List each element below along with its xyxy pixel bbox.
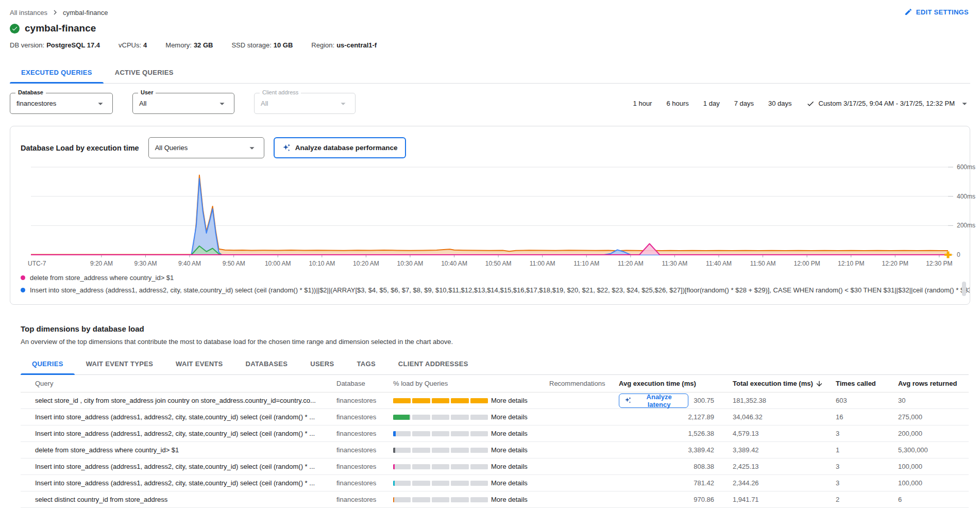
more-details-link[interactable]: More details [491,397,549,404]
svg-text:400ms: 400ms [957,193,975,200]
tab-executed-queries[interactable]: EXECUTED QUERIES [10,61,104,83]
legend-label: Insert into store_address (address1, add… [30,286,970,294]
database-cell: financestores [336,446,393,454]
breadcrumb-all-instances[interactable]: All instances [10,9,47,17]
filter-user[interactable]: User All [132,93,234,114]
query-cell[interactable]: Insert into store_address (address1, add… [21,430,336,437]
meta-label: DB version: [10,41,44,49]
legend-item: Insert into store_address (address1, add… [21,284,970,296]
dimension-tab-wait-event-types[interactable]: WAIT EVENT TYPES [75,353,164,374]
dimension-tab-client-addresses[interactable]: CLIENT ADDRESSES [387,353,480,374]
query-cell[interactable]: Insert into store_address (address1, add… [21,479,336,487]
analyze-database-performance-button[interactable]: Analyze database performance [274,137,406,158]
times-called-cell: 3 [836,463,898,470]
avg-execution-cell: 2,127.89 [619,413,714,421]
col-query: Query [21,380,336,387]
time-range-1-day[interactable]: 1 day [703,100,720,107]
dimension-tab-databases[interactable]: DATABASES [234,353,299,374]
dimension-tab-tags[interactable]: TAGS [346,353,387,374]
col-total-execution[interactable]: Total execution time (ms) [714,380,836,388]
time-range-7-days[interactable]: 7 days [734,100,754,107]
svg-text:12:30 PM: 12:30 PM [926,260,952,267]
filter-database[interactable]: Database financestores [10,93,113,114]
dimension-tab-users[interactable]: USERS [299,353,345,374]
meta-value: 32 GB [194,41,213,49]
more-details-link[interactable]: More details [491,446,549,454]
col-avg-rows[interactable]: Avg rows returned [898,380,969,387]
svg-text:11:10 AM: 11:10 AM [573,260,599,267]
load-bar [393,415,488,420]
query-filter-dropdown[interactable]: All Queries [148,137,264,158]
total-execution-cell: 181,352.38 [714,397,836,404]
meta-item: vCPUs:4 [119,41,147,49]
analyze-latency-button[interactable]: Analyze latency [619,394,688,408]
avg-rows-cell: 6 [898,496,969,503]
dimension-tab-wait-events[interactable]: WAIT EVENTS [164,353,234,374]
total-execution-cell: 4,579.13 [714,430,836,437]
check-icon [806,100,815,108]
legend-scrollbar[interactable] [962,282,966,296]
svg-text:12:10 PM: 12:10 PM [838,260,864,267]
col-avg-execution[interactable]: Avg execution time (ms) [619,380,714,387]
avg-rows-cell: 30 [898,397,969,404]
database-load-chart: 600ms400ms200ms09:20 AM9:30 AM9:40 AM9:5… [21,159,979,270]
spark-icon [282,143,291,153]
chart-title: Database Load by execution time [21,144,139,152]
database-cell: financestores [336,397,393,404]
avg-execution-cell: 1,526.38 [619,430,714,437]
query-cell[interactable]: Insert into store_address (address1, add… [21,463,336,470]
database-cell: financestores [336,496,393,503]
meta-value: PostgreSQL 17.4 [46,41,100,49]
avg-execution-cell: 808.38 [619,463,714,470]
query-cell[interactable]: delete from store_address where country_… [21,446,336,454]
meta-label: Region: [311,41,334,49]
avg-execution-cell: 781.42 [619,479,714,487]
more-details-link[interactable]: More details [491,413,549,421]
table-row: Insert into store_address (address1, add… [21,425,969,442]
tab-active-queries[interactable]: ACTIVE QUERIES [104,61,185,83]
svg-text:11:00 AM: 11:00 AM [530,260,555,267]
meta-item: Memory:32 GB [165,41,213,49]
chevron-down-icon [246,142,258,154]
database-cell: financestores [336,430,393,437]
time-range-30-days[interactable]: 30 days [768,100,792,107]
col-times-called[interactable]: Times called [836,380,898,387]
svg-text:11:40 AM: 11:40 AM [706,260,732,267]
edit-settings-button[interactable]: EDIT SETTINGS [904,8,969,16]
svg-text:12:20 PM: 12:20 PM [882,260,908,267]
tab-label: CLIENT ADDRESSES [398,360,468,368]
svg-text:12:00 PM: 12:00 PM [793,260,820,267]
time-range-custom[interactable]: Custom 3/17/25, 9:04 AM - 3/17/25, 12:32… [806,98,971,109]
sort-descending-icon [815,380,823,388]
load-bar [393,398,488,403]
more-details-link[interactable]: More details [491,430,549,437]
tab-label: QUERIES [32,360,63,368]
meta-item: Region:us-central1-f [311,41,377,49]
table-row: select store_id , city from store_addres… [21,392,969,409]
more-details-link[interactable]: More details [491,479,549,487]
time-range-custom-label: Custom 3/17/25, 9:04 AM - 3/17/25, 12:32… [819,100,955,107]
table-header-row: Query Database % load by Queries Recomme… [21,375,969,392]
query-cell[interactable]: Insert into store_address (address1, add… [21,413,336,421]
more-details-link[interactable]: More details [491,463,549,470]
svg-text:10:20 AM: 10:20 AM [353,260,379,267]
main-tabbar: EXECUTED QUERIESACTIVE QUERIES [10,61,970,84]
avg-execution-cell: 970.86 [619,496,714,503]
section-title: Top dimensions by database load [21,324,969,333]
query-cell[interactable]: select store_id , city from store_addres… [21,397,336,404]
avg-rows-cell: 5,300,000 [898,446,969,454]
query-cell[interactable]: select distinct country_id from store_ad… [21,496,336,503]
avg-rows-cell: 275,000 [898,413,969,421]
database-cell: financestores [336,463,393,470]
pencil-icon [904,8,913,16]
filter-client-address: Client address All [254,93,356,114]
time-range-6-hours[interactable]: 6 hours [666,100,688,107]
dimension-tab-queries[interactable]: QUERIES [21,353,75,374]
database-load-card: Database Load by execution time All Quer… [10,126,970,305]
svg-text:600ms: 600ms [957,163,975,171]
time-range-1-hour[interactable]: 1 hour [633,100,652,107]
legend-item: delete from store_address where country_… [21,271,970,284]
filter-value: All [139,100,146,107]
more-details-link[interactable]: More details [491,496,549,503]
svg-text:10:10 AM: 10:10 AM [309,260,335,267]
